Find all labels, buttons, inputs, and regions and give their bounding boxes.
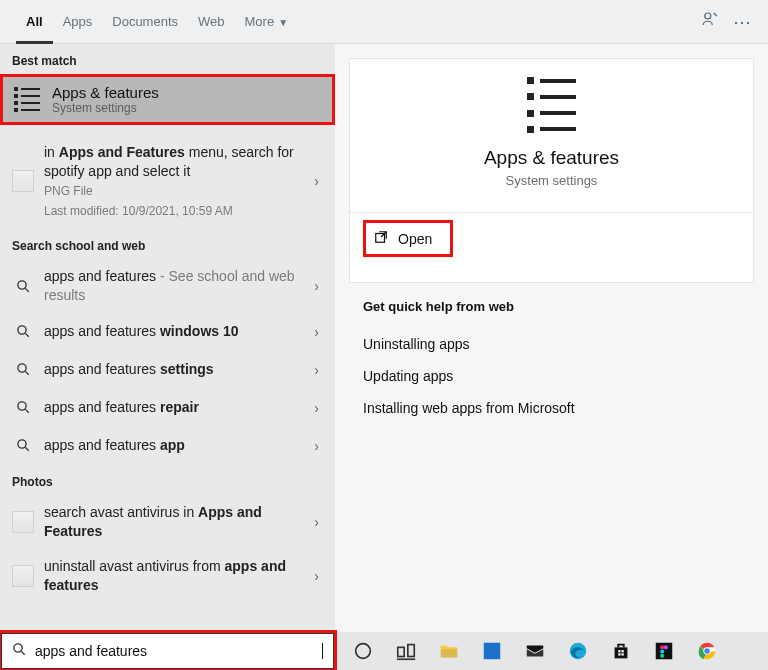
photo-result-2[interactable]: uninstall avast antivirus from apps and … xyxy=(0,549,335,603)
text-caret xyxy=(322,643,323,659)
svg-line-10 xyxy=(25,448,28,451)
help-block: Get quick help from web Uninstalling app… xyxy=(335,283,768,424)
web-result-4[interactable]: apps and features app › xyxy=(0,427,335,465)
svg-point-12 xyxy=(14,643,22,651)
section-school-web: Search school and web xyxy=(0,229,335,259)
help-link-install-web[interactable]: Installing web apps from Microsoft xyxy=(363,392,754,424)
chevron-right-icon[interactable]: › xyxy=(312,400,321,416)
results-panel: Best match Apps & features System settin… xyxy=(0,44,335,632)
edge-icon[interactable] xyxy=(556,632,599,670)
svg-point-3 xyxy=(17,326,25,334)
tab-more[interactable]: More▼ xyxy=(235,0,299,44)
svg-point-27 xyxy=(660,649,664,653)
help-link-uninstall[interactable]: Uninstalling apps xyxy=(363,328,754,360)
web-result-2[interactable]: apps and features settings › xyxy=(0,351,335,389)
file-result-type: PNG File xyxy=(44,183,312,199)
svg-rect-18 xyxy=(483,643,500,660)
chrome-icon[interactable] xyxy=(685,632,728,670)
taskbar xyxy=(0,632,768,670)
detail-title: Apps & features xyxy=(350,147,753,169)
search-icon xyxy=(12,359,34,381)
svg-line-2 xyxy=(25,288,28,291)
detail-card: Apps & features System settings xyxy=(349,58,754,213)
search-icon xyxy=(12,275,34,297)
apps-features-icon xyxy=(522,77,582,133)
store-icon[interactable] xyxy=(599,632,642,670)
svg-rect-23 xyxy=(621,653,623,655)
chevron-right-icon[interactable]: › xyxy=(312,438,321,454)
svg-line-4 xyxy=(25,334,28,337)
chevron-right-icon[interactable]: › xyxy=(312,324,321,340)
file-icon xyxy=(12,511,34,533)
chevron-down-icon: ▼ xyxy=(278,17,288,28)
file-result-text: in Apps and Features menu, search for sp… xyxy=(44,144,294,179)
file-icon xyxy=(12,170,34,192)
svg-point-7 xyxy=(17,402,25,410)
svg-line-8 xyxy=(25,410,28,413)
open-button[interactable]: Open xyxy=(366,223,450,254)
svg-line-13 xyxy=(21,651,24,654)
open-icon xyxy=(374,230,388,247)
web-result-base[interactable]: apps and features - See school and web r… xyxy=(0,259,335,313)
svg-point-1 xyxy=(17,280,25,288)
file-result[interactable]: in Apps and Features menu, search for sp… xyxy=(0,133,335,229)
feedback-icon[interactable] xyxy=(694,10,726,33)
svg-rect-16 xyxy=(407,645,413,657)
file-icon xyxy=(12,565,34,587)
tab-all[interactable]: All xyxy=(16,0,53,44)
chevron-right-icon[interactable]: › xyxy=(312,278,321,294)
chevron-right-icon[interactable]: › xyxy=(312,362,321,378)
help-title: Get quick help from web xyxy=(363,299,754,314)
svg-point-25 xyxy=(660,645,664,649)
best-match-result[interactable]: Apps & features System settings xyxy=(0,74,335,125)
search-icon xyxy=(12,435,34,457)
search-box[interactable] xyxy=(0,632,335,670)
chevron-right-icon[interactable]: › xyxy=(312,173,321,189)
file-result-modified: Last modified: 10/9/2021, 10:59 AM xyxy=(44,203,312,219)
chevron-right-icon[interactable]: › xyxy=(312,568,321,584)
detail-subtitle: System settings xyxy=(350,173,753,188)
search-input[interactable] xyxy=(35,643,321,659)
cortana-icon[interactable] xyxy=(341,632,384,670)
task-view-icon[interactable] xyxy=(384,632,427,670)
svg-point-28 xyxy=(660,654,664,658)
svg-point-26 xyxy=(663,645,667,649)
svg-rect-21 xyxy=(621,650,623,652)
svg-rect-20 xyxy=(618,650,620,652)
figma-icon[interactable] xyxy=(642,632,685,670)
search-icon xyxy=(12,397,34,419)
search-icon xyxy=(12,642,27,661)
apps-features-icon xyxy=(14,87,40,113)
section-best-match: Best match xyxy=(0,44,335,74)
svg-rect-15 xyxy=(397,647,403,656)
tab-apps[interactable]: Apps xyxy=(53,0,103,44)
svg-point-0 xyxy=(705,13,711,19)
svg-line-6 xyxy=(25,372,28,375)
svg-point-14 xyxy=(355,644,370,659)
tab-web[interactable]: Web xyxy=(188,0,235,44)
svg-point-9 xyxy=(17,440,25,448)
best-match-subtitle: System settings xyxy=(52,101,159,115)
web-result-3[interactable]: apps and features repair › xyxy=(0,389,335,427)
detail-panel: Apps & features System settings Open Get… xyxy=(335,44,768,632)
open-label: Open xyxy=(398,231,432,247)
detail-actions: Open xyxy=(349,213,754,283)
app-icon-blue[interactable] xyxy=(470,632,513,670)
section-photos: Photos xyxy=(0,465,335,495)
search-tabs: All Apps Documents Web More▼ ⋯ xyxy=(0,0,768,44)
mail-icon[interactable] xyxy=(513,632,556,670)
more-options-icon[interactable]: ⋯ xyxy=(726,11,758,33)
best-match-title: Apps & features xyxy=(52,84,159,101)
svg-rect-22 xyxy=(618,653,620,655)
search-icon xyxy=(12,321,34,343)
web-result-1[interactable]: apps and features windows 10 › xyxy=(0,313,335,351)
tab-documents[interactable]: Documents xyxy=(102,0,188,44)
photo-result-1[interactable]: search avast antivirus in Apps and Featu… xyxy=(0,495,335,549)
chevron-right-icon[interactable]: › xyxy=(312,514,321,530)
svg-point-5 xyxy=(17,364,25,372)
help-link-update[interactable]: Updating apps xyxy=(363,360,754,392)
file-explorer-icon[interactable] xyxy=(427,632,470,670)
